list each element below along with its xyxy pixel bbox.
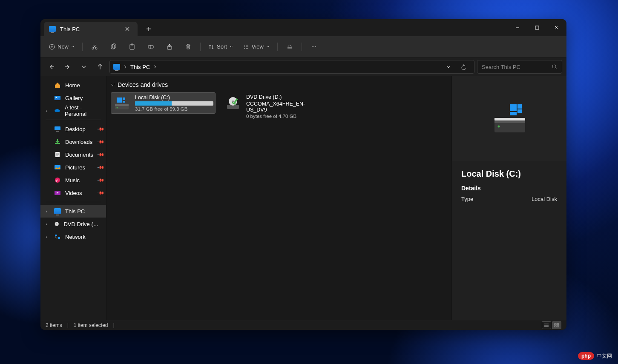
cut-button[interactable] — [86, 39, 103, 54]
preview-thumbnail — [452, 76, 566, 161]
sidebar-item-desktop[interactable]: Desktop 📌 — [40, 123, 106, 135]
details-pane: Local Disk (C:) Details Type Local Disk — [451, 76, 566, 320]
svg-point-10 — [312, 46, 313, 47]
php-badge: php — [578, 352, 594, 360]
titlebar: This PC — [40, 19, 566, 36]
share-button[interactable] — [161, 39, 178, 54]
disc-icon — [54, 221, 59, 227]
sidebar-item-documents[interactable]: Documents 📌 — [40, 148, 106, 161]
svg-rect-9 — [167, 46, 172, 49]
svg-point-11 — [313, 46, 314, 47]
sidebar-item-videos[interactable]: Videos 📌 — [40, 186, 106, 199]
drive-name: DVD Drive (D:) — [246, 94, 325, 100]
chevron-down-icon — [82, 65, 86, 69]
svg-rect-37 — [494, 118, 525, 120]
recent-locations-button[interactable] — [77, 60, 91, 74]
pictures-icon — [54, 164, 61, 171]
view-button[interactable]: View — [239, 39, 274, 54]
details-view-button[interactable] — [542, 321, 551, 329]
usage-bar — [135, 101, 213, 106]
rename-button[interactable] — [142, 39, 159, 54]
svg-rect-30 — [123, 97, 125, 100]
sidebar-item-onedrive[interactable]: › A test - Personal — [40, 104, 106, 117]
toolbar-separator — [82, 43, 83, 51]
address-dropdown-button[interactable] — [442, 60, 455, 74]
svg-rect-16 — [55, 126, 60, 130]
svg-rect-31 — [123, 101, 125, 103]
copy-button[interactable] — [105, 39, 122, 54]
chevron-right-icon[interactable]: › — [43, 235, 50, 239]
group-header-devices[interactable]: Devices and drives — [111, 80, 447, 90]
chevron-down-icon — [230, 45, 233, 49]
new-button[interactable]: New — [45, 39, 79, 54]
content-area: Devices and drives Local Disk (C:) 31.7 … — [106, 76, 451, 320]
close-window-button[interactable] — [547, 19, 566, 36]
paste-icon — [129, 43, 135, 50]
eject-button[interactable] — [281, 39, 298, 54]
chevron-right-icon — [153, 65, 157, 69]
pin-icon: 📌 — [96, 125, 104, 133]
sidebar-item-pictures[interactable]: Pictures 📌 — [40, 161, 106, 174]
sidebar-item-gallery[interactable]: Gallery — [40, 92, 106, 104]
maximize-button[interactable] — [527, 19, 547, 36]
drive-local-disk-c[interactable]: Local Disk (C:) 31.7 GB free of 59.3 GB — [111, 92, 216, 114]
chevron-right-icon[interactable]: › — [43, 222, 50, 226]
details-title: Local Disk (C:) — [461, 169, 557, 179]
minimize-icon — [515, 26, 520, 30]
share-icon — [166, 43, 173, 50]
svg-point-13 — [552, 65, 556, 68]
drive-info: Local Disk (C:) 31.7 GB free of 59.3 GB — [135, 95, 213, 112]
svg-point-28 — [117, 107, 118, 109]
svg-rect-25 — [58, 237, 60, 239]
delete-button[interactable] — [180, 39, 197, 54]
svg-rect-27 — [115, 104, 129, 106]
chevron-down-icon — [71, 45, 75, 49]
up-button[interactable] — [93, 60, 107, 74]
arrow-up-icon — [97, 64, 103, 70]
this-pc-icon — [54, 208, 61, 214]
sidebar-item-home[interactable]: Home — [40, 79, 106, 92]
close-icon — [555, 26, 559, 30]
new-tab-button[interactable] — [141, 22, 156, 36]
sidebar-item-downloads[interactable]: Downloads 📌 — [40, 135, 106, 148]
tab-this-pc[interactable]: This PC — [44, 22, 138, 36]
svg-point-38 — [497, 126, 500, 128]
svg-rect-42 — [510, 112, 517, 115]
chevron-right-icon[interactable]: › — [43, 209, 50, 214]
chevron-right-icon[interactable]: › — [43, 109, 50, 113]
minimize-button[interactable] — [508, 19, 527, 36]
desktop-icon — [54, 126, 61, 132]
more-button[interactable] — [305, 39, 322, 54]
cloud-icon — [54, 107, 60, 114]
address-bar[interactable]: This PC — [109, 60, 474, 74]
close-icon — [125, 27, 129, 31]
drive-free-space: 0 bytes free of 4.70 GB — [246, 114, 325, 119]
sidebar-item-dvd-drive[interactable]: › DVD Drive (D:) CCC — [40, 218, 106, 230]
breadcrumb-segment[interactable]: This PC — [130, 64, 150, 70]
watermark-text: 中文网 — [597, 353, 612, 360]
drive-dvd-d[interactable]: DVD Drive (D:) CCCOMA_X64FRE_EN-US_DV9 0… — [222, 92, 327, 114]
drive-icon — [113, 95, 131, 112]
maximize-icon — [535, 26, 539, 30]
cut-icon — [91, 43, 98, 50]
sidebar-item-network[interactable]: › Network — [40, 230, 106, 243]
sort-button[interactable]: Sort — [204, 39, 237, 54]
forward-button[interactable] — [61, 60, 75, 74]
tab-close-button[interactable] — [122, 24, 132, 34]
pin-icon: 📌 — [96, 176, 104, 184]
this-pc-icon — [113, 64, 120, 70]
svg-rect-43 — [555, 324, 556, 325]
network-icon — [54, 233, 61, 240]
sidebar-item-this-pc[interactable]: › This PC — [40, 205, 106, 218]
icons-view-button[interactable] — [552, 321, 561, 329]
paste-button[interactable] — [124, 39, 141, 54]
list-icon — [544, 323, 549, 327]
more-icon — [310, 43, 317, 50]
sidebar-item-music[interactable]: Music 📌 — [40, 174, 106, 186]
svg-rect-17 — [56, 131, 59, 132]
back-button[interactable] — [45, 60, 58, 74]
music-icon — [54, 177, 61, 183]
svg-point-34 — [232, 100, 234, 102]
search-input[interactable]: Search This PC — [477, 60, 562, 74]
refresh-button[interactable] — [457, 60, 471, 74]
